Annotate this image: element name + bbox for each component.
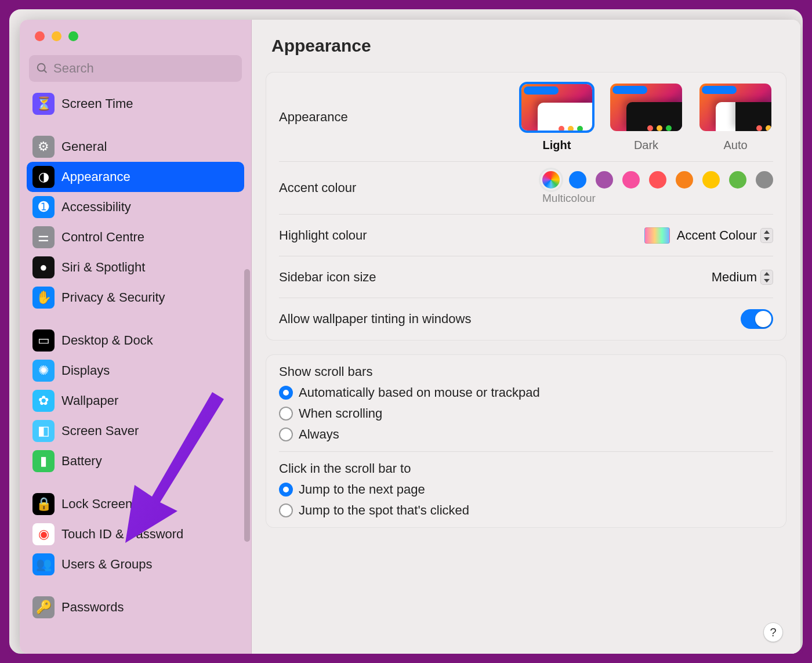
radio-option[interactable]: Always bbox=[279, 427, 540, 442]
sidebar-item-label: Battery bbox=[61, 454, 102, 469]
radio-label: When scrolling bbox=[299, 406, 382, 421]
accent-swatch[interactable] bbox=[702, 171, 720, 189]
page-title: Appearance bbox=[266, 20, 786, 72]
radio-icon bbox=[279, 427, 293, 441]
sidebar-item-icon: ◑ bbox=[32, 166, 55, 188]
sidebar-item-icon: ⚌ bbox=[32, 226, 55, 248]
sidebar-item-battery[interactable]: ▮Battery bbox=[27, 446, 244, 476]
radio-option[interactable]: When scrolling bbox=[279, 406, 540, 421]
accent-swatch[interactable] bbox=[756, 171, 773, 189]
row-label: Allow wallpaper tinting in windows bbox=[279, 311, 741, 327]
scroll-click-group: Click in the scroll bar to Jump to the n… bbox=[279, 452, 773, 527]
sidebar-item-icon: ✿ bbox=[32, 390, 55, 412]
appearance-option-auto[interactable]: Auto bbox=[698, 82, 773, 152]
accent-swatch[interactable] bbox=[649, 171, 666, 189]
window-controls bbox=[20, 20, 251, 41]
sidebar-item-label: Screen Time bbox=[61, 96, 133, 111]
svg-line-1 bbox=[44, 70, 47, 73]
sidebar-list: ⏳Screen Time⚙General◑Appearance➊Accessib… bbox=[20, 86, 251, 648]
radio-option[interactable]: Automatically based on mouse or trackpad bbox=[279, 385, 540, 400]
appearance-panel: Appearance LightDarkAuto Accent colour M… bbox=[266, 72, 786, 340]
sidebar-item-desktop-dock[interactable]: ▭Desktop & Dock bbox=[27, 325, 244, 356]
sidebar: ⏳Screen Time⚙General◑Appearance➊Accessib… bbox=[20, 20, 252, 654]
radio-label: Jump to the next page bbox=[299, 482, 425, 497]
radio-label: Jump to the spot that's clicked bbox=[299, 503, 469, 518]
sidebar-item-label: Displays bbox=[61, 363, 110, 378]
search-field[interactable] bbox=[29, 55, 242, 82]
sidebar-item-appearance[interactable]: ◑Appearance bbox=[27, 162, 244, 192]
sidebar-item-wallpaper[interactable]: ✿Wallpaper bbox=[27, 386, 244, 416]
sidebar-item-label: Wallpaper bbox=[61, 393, 118, 408]
sidebar-item-touch-id-password[interactable]: ◉Touch ID & Password bbox=[27, 519, 244, 549]
sidebar-item-icon: 👥 bbox=[32, 553, 55, 575]
sidebar-item-icon: ◉ bbox=[32, 523, 55, 545]
appearance-option-dark[interactable]: Dark bbox=[608, 82, 684, 152]
close-icon[interactable] bbox=[35, 31, 45, 41]
sidebar-item-lock-screen[interactable]: 🔒Lock Screen bbox=[27, 489, 244, 519]
thumb-label: Auto bbox=[723, 139, 747, 152]
accent-swatch[interactable] bbox=[542, 171, 560, 189]
sidebar-item-accessibility[interactable]: ➊Accessibility bbox=[27, 192, 244, 222]
accent-swatch[interactable] bbox=[622, 171, 640, 189]
accent-swatch[interactable] bbox=[676, 171, 693, 189]
row-label: Appearance bbox=[279, 110, 519, 125]
sidebar-item-label: Touch ID & Password bbox=[61, 527, 183, 542]
sidebar-item-screen-time[interactable]: ⏳Screen Time bbox=[27, 89, 244, 119]
sidebar-item-label: Control Centre bbox=[61, 230, 144, 245]
accent-swatch[interactable] bbox=[596, 171, 613, 189]
sidebar-icon-size-row: Sidebar icon size Medium bbox=[279, 256, 773, 298]
sidebar-scrollbar[interactable] bbox=[244, 269, 250, 542]
appearance-option-light[interactable]: Light bbox=[519, 82, 594, 152]
help-button[interactable]: ? bbox=[763, 622, 783, 642]
zoom-icon[interactable] bbox=[68, 31, 78, 41]
sidebar-item-screen-saver[interactable]: ◧Screen Saver bbox=[27, 416, 244, 446]
sidebar-item-icon: ✺ bbox=[32, 360, 55, 382]
sidebar-item-icon: ▭ bbox=[32, 329, 55, 352]
radio-option[interactable]: Jump to the spot that's clicked bbox=[279, 503, 469, 518]
accent-swatch[interactable] bbox=[729, 171, 746, 189]
sidebar-item-label: Privacy & Security bbox=[61, 290, 165, 305]
search-icon bbox=[36, 62, 49, 75]
radio-label: Always bbox=[299, 427, 339, 442]
sidebar-item-icon: 🔑 bbox=[32, 596, 55, 618]
accent-colour-row: Accent colour Multicolour bbox=[279, 162, 773, 215]
highlight-colour-select[interactable]: Accent Colour bbox=[677, 228, 773, 243]
sidebar-item-privacy-security[interactable]: ✋Privacy & Security bbox=[27, 282, 244, 313]
radio-option[interactable]: Jump to the next page bbox=[279, 482, 469, 497]
row-label: Accent colour bbox=[279, 180, 542, 195]
select-value: Medium bbox=[712, 270, 757, 285]
search-input[interactable] bbox=[53, 61, 235, 76]
wallpaper-tinting-toggle[interactable] bbox=[741, 309, 773, 329]
select-value: Accent Colour bbox=[677, 228, 757, 243]
accent-swatch[interactable] bbox=[569, 171, 586, 189]
sidebar-item-icon: ✋ bbox=[32, 287, 55, 309]
highlight-swatch bbox=[644, 227, 670, 244]
sidebar-item-passwords[interactable]: 🔑Passwords bbox=[27, 592, 244, 622]
sidebar-item-label: Users & Groups bbox=[61, 557, 153, 572]
highlight-colour-row: Highlight colour Accent Colour bbox=[279, 215, 773, 256]
thumb-label: Dark bbox=[634, 139, 658, 152]
sidebar-item-control-centre[interactable]: ⚌Control Centre bbox=[27, 222, 244, 252]
sidebar-item-icon: ➊ bbox=[32, 196, 55, 218]
sidebar-item-users-groups[interactable]: 👥Users & Groups bbox=[27, 549, 244, 579]
sidebar-item-displays[interactable]: ✺Displays bbox=[27, 356, 244, 386]
sidebar-item-label: General bbox=[61, 139, 107, 154]
appearance-mode-row: Appearance LightDarkAuto bbox=[279, 73, 773, 162]
sidebar-item-general[interactable]: ⚙General bbox=[27, 132, 244, 162]
sidebar-item-label: Siri & Spotlight bbox=[61, 260, 145, 275]
sidebar-item-label: Passwords bbox=[61, 600, 124, 615]
sidebar-icon-size-select[interactable]: Medium bbox=[712, 270, 773, 285]
appearance-options: LightDarkAuto bbox=[519, 82, 773, 152]
chevron-up-down-icon bbox=[760, 270, 773, 285]
radio-icon bbox=[279, 386, 293, 400]
minimize-icon[interactable] bbox=[52, 31, 61, 41]
accent-caption: Multicolour bbox=[542, 192, 596, 205]
sidebar-item-label: Desktop & Dock bbox=[61, 333, 153, 348]
wallpaper-tinting-row: Allow wallpaper tinting in windows bbox=[279, 298, 773, 340]
show-scroll-bars-group: Show scroll bars Automatically based on … bbox=[279, 355, 773, 452]
sidebar-item-label: Lock Screen bbox=[61, 497, 132, 512]
sidebar-item-siri-spotlight[interactable]: ●Siri & Spotlight bbox=[27, 252, 244, 282]
sidebar-item-icon: ⚙ bbox=[32, 136, 55, 158]
sidebar-item-icon: ◧ bbox=[32, 420, 55, 442]
content-pane: Appearance Appearance LightDarkAuto Acce… bbox=[252, 20, 800, 654]
